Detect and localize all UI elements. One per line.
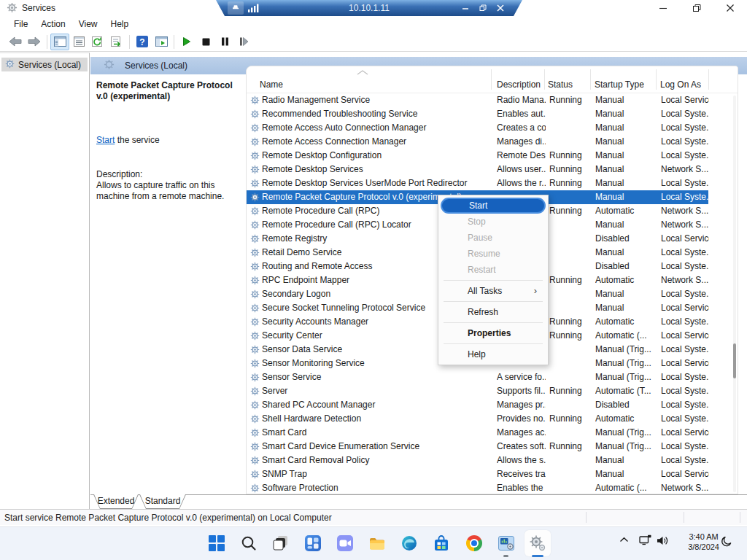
service-row[interactable]: Remote Desktop Services Allows user... R… bbox=[247, 163, 708, 176]
menu-item[interactable]: Action bbox=[34, 18, 71, 31]
start-button[interactable] bbox=[208, 534, 225, 552]
start-service-icon[interactable] bbox=[177, 34, 196, 50]
rdp-close-button[interactable] bbox=[492, 0, 509, 16]
service-log-on-as: Local Service bbox=[661, 329, 709, 343]
forward-icon[interactable] bbox=[25, 34, 44, 50]
search-icon[interactable] bbox=[240, 534, 258, 552]
column-divider[interactable] bbox=[656, 69, 657, 90]
service-row[interactable]: Shell Hardware Detection Provides no... … bbox=[247, 412, 708, 426]
rdp-minimize-button[interactable] bbox=[457, 0, 474, 16]
service-row[interactable]: SNMP Trap Receives tra... Manual Local S… bbox=[247, 467, 708, 481]
tray-network-icon[interactable] bbox=[639, 534, 652, 546]
menu-item[interactable]: View bbox=[72, 18, 104, 31]
service-row[interactable]: Remote Access Auto Connection Manager Cr… bbox=[247, 121, 708, 135]
service-row[interactable]: Sensor Service A service fo... Manual (T… bbox=[247, 370, 708, 384]
tray-night-mode-icon[interactable] bbox=[721, 535, 733, 548]
service-detail-pane: Remote Packet Capture Protocol v.0 (expe… bbox=[90, 74, 245, 509]
menu-item[interactable]: Help bbox=[104, 18, 136, 31]
service-startup-type: Automatic bbox=[595, 315, 658, 329]
context-menu-item[interactable]: Properties bbox=[441, 325, 546, 341]
column-divider[interactable] bbox=[708, 69, 709, 90]
service-log-on-as: Local Syste... bbox=[661, 370, 709, 384]
context-menu-item[interactable]: Resume bbox=[441, 246, 546, 262]
tray-chevron-up-icon[interactable] bbox=[619, 537, 629, 543]
file-explorer-icon[interactable] bbox=[368, 534, 386, 552]
context-menu-item[interactable]: Pause bbox=[441, 230, 546, 246]
context-menu-item[interactable]: Stop bbox=[441, 214, 546, 230]
service-gear-icon bbox=[250, 442, 260, 451]
service-row[interactable]: Smart Card Device Enumeration Service Cr… bbox=[247, 440, 708, 454]
column-divider[interactable] bbox=[590, 69, 591, 90]
context-menu-item[interactable]: All Tasks bbox=[441, 283, 546, 299]
service-gear-icon bbox=[250, 428, 260, 438]
service-gear-icon bbox=[250, 289, 260, 299]
window-restore-button[interactable] bbox=[680, 0, 713, 16]
scrollbar-thumb[interactable] bbox=[733, 343, 736, 378]
column-header-startup-type[interactable]: Startup Type bbox=[595, 79, 644, 90]
service-row[interactable]: Shared PC Account Manager Manages pr... … bbox=[247, 398, 708, 412]
tray-clock[interactable]: 3:40 AM 3/8/2024 bbox=[688, 532, 719, 552]
start-service-link[interactable]: Start bbox=[96, 135, 115, 145]
tree-item-services-local[interactable]: Services (Local) bbox=[1, 58, 88, 71]
service-description: Allows user... bbox=[497, 163, 546, 176]
service-gear-icon bbox=[250, 123, 260, 133]
new-window-icon[interactable] bbox=[152, 34, 171, 50]
tray-volume-icon[interactable] bbox=[657, 535, 669, 546]
service-description: Enables aut... bbox=[497, 107, 546, 121]
service-description: Receives tra... bbox=[497, 467, 546, 481]
service-row[interactable]: Software Protection Enables the ... Auto… bbox=[247, 481, 708, 494]
context-menu-item[interactable]: Refresh bbox=[441, 304, 546, 320]
service-row[interactable]: Radio Management Service Radio Mana... R… bbox=[247, 93, 708, 107]
context-menu-item[interactable]: Restart bbox=[441, 262, 546, 278]
service-status: Running bbox=[549, 273, 582, 287]
restart-service-icon[interactable] bbox=[234, 34, 253, 50]
service-row[interactable]: Smart Card Manages ac... Manual (Trig...… bbox=[247, 426, 708, 440]
column-header-status[interactable]: Status bbox=[548, 79, 573, 90]
tab-standard[interactable]: Standard bbox=[139, 494, 186, 509]
chat-icon[interactable] bbox=[336, 534, 354, 552]
microsoft-store-icon[interactable] bbox=[433, 534, 450, 552]
service-action-suffix: the service bbox=[115, 135, 159, 145]
service-row[interactable]: Remote Desktop Configuration Remote Des.… bbox=[247, 149, 708, 163]
service-row[interactable]: Remote Access Connection Manager Manages… bbox=[247, 135, 708, 149]
widgets-icon[interactable] bbox=[304, 534, 322, 552]
service-row[interactable]: Smart Card Removal Policy Allows the s..… bbox=[247, 454, 708, 467]
context-menu-item-label: Refresh bbox=[468, 307, 498, 317]
column-header-name[interactable]: Name bbox=[260, 79, 283, 90]
properties-list-icon[interactable] bbox=[69, 34, 88, 50]
column-divider[interactable] bbox=[491, 69, 492, 90]
services-console-icon[interactable] bbox=[529, 534, 546, 552]
stop-service-icon[interactable] bbox=[196, 34, 215, 50]
chrome-icon[interactable] bbox=[465, 534, 483, 552]
context-menu-item[interactable]: Help bbox=[441, 346, 546, 362]
service-row[interactable]: Remote Desktop Services UserMode Port Re… bbox=[247, 176, 708, 190]
context-menu-item[interactable]: Start bbox=[441, 198, 546, 214]
show-console-tree-icon[interactable] bbox=[50, 34, 69, 50]
menu-item[interactable]: File bbox=[7, 18, 34, 31]
window-minimize-button[interactable] bbox=[646, 0, 680, 16]
console-tree-panel: Services (Local) bbox=[0, 52, 90, 509]
service-row[interactable]: Recommended Troubleshooting Service Enab… bbox=[247, 107, 708, 121]
rdp-restore-button[interactable] bbox=[474, 0, 492, 16]
edge-icon[interactable] bbox=[400, 534, 418, 552]
system-tool-icon[interactable] bbox=[498, 534, 515, 552]
service-name: Smart Card Device Enumeration Service bbox=[262, 440, 419, 454]
pause-service-icon[interactable] bbox=[215, 34, 234, 50]
task-view-icon[interactable] bbox=[272, 534, 290, 552]
column-divider[interactable] bbox=[544, 69, 545, 90]
service-startup-type: Automatic (T... bbox=[595, 384, 658, 398]
service-gear-icon bbox=[250, 109, 260, 119]
tab-extended[interactable]: Extended bbox=[93, 494, 139, 509]
back-icon[interactable] bbox=[6, 34, 25, 50]
column-header-description[interactable]: Description bbox=[497, 79, 541, 90]
vertical-scrollbar[interactable] bbox=[733, 96, 736, 492]
help-icon[interactable]: ? bbox=[133, 34, 152, 50]
export-list-icon[interactable] bbox=[107, 34, 126, 50]
refresh-icon[interactable] bbox=[88, 34, 107, 50]
window-close-button[interactable] bbox=[713, 0, 747, 16]
service-action-line: Start the service bbox=[96, 135, 160, 145]
column-header-log-on-as[interactable]: Log On As bbox=[660, 79, 701, 90]
service-startup-type: Automatic (... bbox=[595, 329, 658, 343]
desktop-screen: Services 10.10.1.11 FileActionViewHelp bbox=[0, 0, 747, 560]
service-row[interactable]: Server Supports fil... Running Automatic… bbox=[247, 384, 708, 398]
